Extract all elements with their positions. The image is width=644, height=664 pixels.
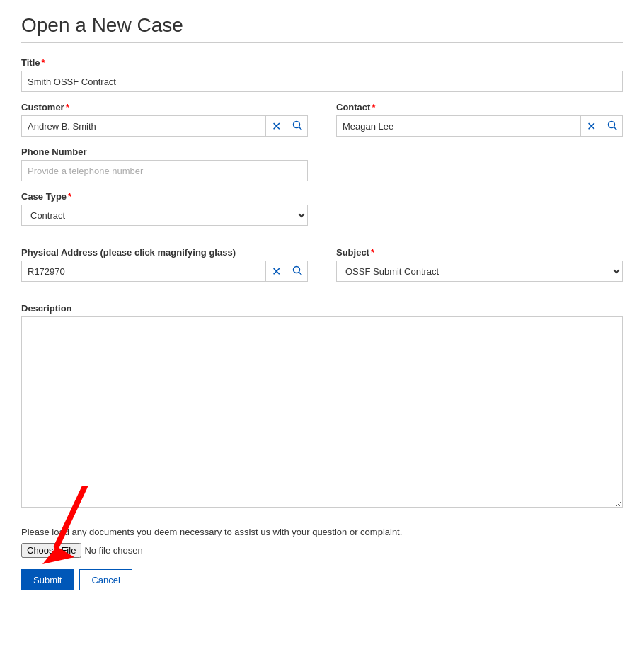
svg-line-3 xyxy=(614,127,617,130)
title-label: Title* xyxy=(21,57,623,68)
case-type-select[interactable]: Contract General Complaint Inquiry xyxy=(21,205,308,226)
page-title: Open a New Case xyxy=(21,14,623,37)
physical-address-clear-icon: ✕ xyxy=(272,265,281,278)
description-label: Description xyxy=(21,303,623,314)
phone-input[interactable] xyxy=(21,160,308,181)
physical-address-label: Physical Address (please click magnifyin… xyxy=(21,247,308,258)
file-input[interactable] xyxy=(21,543,195,558)
customer-input[interactable] xyxy=(21,115,265,137)
description-textarea[interactable] xyxy=(21,316,623,508)
contact-clear-button[interactable]: ✕ xyxy=(580,115,602,137)
physical-address-search-button[interactable] xyxy=(287,261,308,282)
physical-address-search-icon xyxy=(292,265,302,277)
case-type-label: Case Type* xyxy=(21,191,308,202)
contact-input[interactable] xyxy=(336,115,580,137)
subject-select[interactable]: OSSF Submit Contract General Inquiry Com… xyxy=(336,261,623,282)
subject-label: Subject* xyxy=(336,247,623,258)
physical-address-clear-button[interactable]: ✕ xyxy=(265,261,287,282)
svg-line-1 xyxy=(299,127,302,130)
title-input[interactable] xyxy=(21,71,623,92)
contact-search-icon xyxy=(607,120,617,132)
customer-clear-icon: ✕ xyxy=(272,120,281,133)
contact-search-button[interactable] xyxy=(602,115,623,137)
phone-label: Phone Number xyxy=(21,147,308,157)
contact-label: Contact* xyxy=(336,102,623,113)
customer-label: Customer* xyxy=(21,102,308,113)
customer-clear-button[interactable]: ✕ xyxy=(265,115,287,137)
cancel-button[interactable]: Cancel xyxy=(79,569,132,590)
svg-line-5 xyxy=(299,272,302,275)
customer-search-icon xyxy=(292,120,302,132)
submit-button[interactable]: Submit xyxy=(21,569,74,590)
file-upload-text: Please load any documents you deem neces… xyxy=(21,527,623,537)
physical-address-input[interactable] xyxy=(21,261,265,282)
contact-clear-icon: ✕ xyxy=(587,120,596,133)
customer-search-button[interactable] xyxy=(287,115,308,137)
